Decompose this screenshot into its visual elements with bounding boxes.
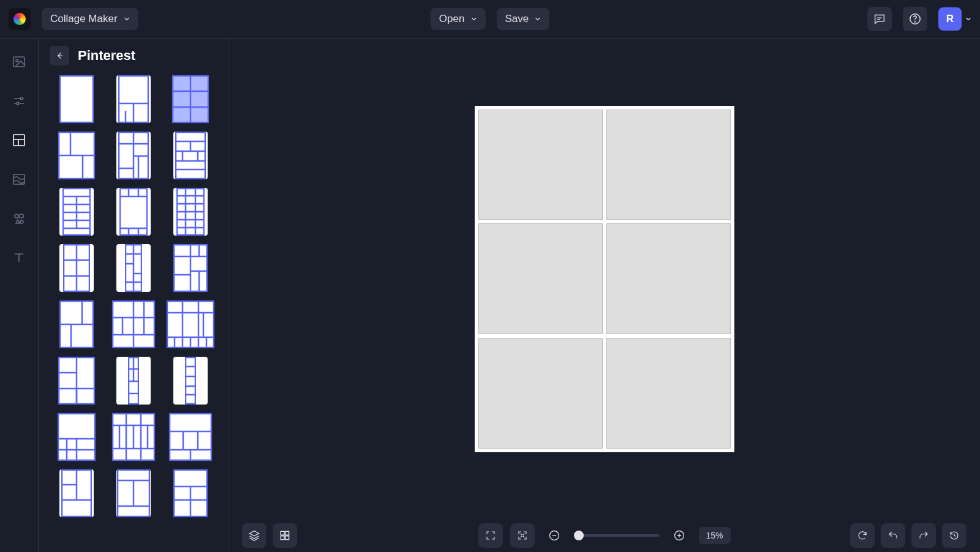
template-preview-icon [128,357,139,405]
zoom-slider-thumb[interactable] [573,531,583,540]
template-preview-icon [58,357,95,405]
layout-template[interactable] [116,75,151,123]
layout-template[interactable] [112,300,155,348]
svg-rect-110 [186,357,195,404]
panel-header: Pinterest [39,39,228,73]
template-preview-icon [61,469,92,517]
redo-button[interactable] [911,523,936,548]
template-preview-icon [58,132,95,179]
collage-page[interactable] [475,106,734,452]
refresh-button[interactable] [850,523,875,548]
template-preview-icon [173,244,208,292]
collage-cell[interactable] [606,223,731,334]
layout-template[interactable] [116,244,151,292]
rail-elements[interactable] [7,206,31,231]
undo-icon [888,530,899,541]
rail-image[interactable] [7,50,31,74]
main: Pinterest 15% [0,39,980,552]
layout-template[interactable] [173,469,208,517]
panel-back-button[interactable] [50,46,69,65]
chevron-down-icon [535,16,541,22]
app-mode-label: Collage Maker [50,13,118,25]
layers-button[interactable] [242,523,266,548]
rail-adjust[interactable] [7,89,31,113]
layout-template[interactable] [173,188,208,236]
layout-template[interactable] [167,300,214,348]
layout-template[interactable] [172,75,209,123]
comments-button[interactable] [867,7,892,31]
zoom-value[interactable]: 15% [698,527,730,544]
template-preview-icon [119,188,148,236]
zoom-in-button[interactable] [666,523,691,548]
layout-template[interactable] [58,357,95,405]
plus-circle-icon [673,529,685,542]
history-button[interactable] [942,523,967,548]
refresh-icon [857,530,868,541]
template-preview-icon [112,300,155,348]
layout-template[interactable] [58,132,95,179]
layout-template[interactable] [116,188,151,236]
layout-template[interactable] [58,413,96,461]
svg-rect-11 [60,76,93,122]
app-logo[interactable] [9,8,31,30]
undo-button[interactable] [881,523,905,548]
layout-icon [12,133,26,147]
layout-template[interactable] [173,244,208,292]
layout-template[interactable] [116,469,151,517]
zoom-slider[interactable] [573,534,659,537]
canvas-viewport[interactable] [228,39,980,519]
template-preview-icon [118,75,149,123]
layout-template[interactable] [173,132,208,179]
template-preview-icon [117,469,150,517]
comment-icon [873,12,886,26]
collage-cell[interactable] [478,223,603,334]
template-preview-icon [173,469,208,517]
collage-cell[interactable] [478,338,603,449]
user-menu[interactable]: R [938,7,971,31]
template-preview-icon [185,357,196,405]
collage-cell[interactable] [606,338,731,449]
redo-icon [918,530,929,541]
templates-scroll[interactable] [39,73,228,552]
save-label: Save [505,13,529,25]
chevron-down-icon [124,16,130,22]
layout-template[interactable] [173,357,208,405]
template-preview-icon [118,132,149,179]
grid-view-button[interactable] [273,523,297,548]
collage-cell[interactable] [606,110,731,220]
layout-template[interactable] [116,132,151,179]
zoom-out-button[interactable] [541,523,566,548]
collage-cell[interactable] [478,110,603,220]
rail-background[interactable] [7,167,31,192]
svg-rect-150 [285,536,289,540]
layout-template[interactable] [116,357,151,405]
canvas-area: 15% [228,39,980,552]
rail-text[interactable] [7,245,31,270]
layout-template[interactable] [112,413,155,461]
template-preview-icon [58,413,96,461]
layout-template[interactable] [59,244,94,292]
save-dropdown[interactable]: Save [496,8,549,30]
text-icon [12,250,26,265]
chevron-down-icon [470,16,477,22]
layout-template[interactable] [59,188,94,236]
layout-template[interactable] [59,300,94,348]
svg-rect-9 [20,214,23,218]
side-panel: Pinterest [39,39,228,552]
svg-point-3 [16,59,18,62]
help-button[interactable] [903,7,927,31]
svg-point-4 [20,97,23,100]
template-preview-icon [63,244,90,292]
layout-template[interactable] [169,413,212,461]
layout-template[interactable] [59,75,94,123]
app-mode-dropdown[interactable]: Collage Maker [42,8,138,30]
template-preview-icon [112,413,155,461]
background-icon [12,172,26,187]
layout-template[interactable] [59,469,94,517]
rail-layout[interactable] [7,128,31,152]
open-dropdown[interactable]: Open [431,8,486,30]
fit-screen-button[interactable] [510,523,534,548]
topbar: Collage Maker Open Save R [0,0,980,39]
fullscreen-button[interactable] [478,523,502,548]
shapes-icon [12,211,26,226]
